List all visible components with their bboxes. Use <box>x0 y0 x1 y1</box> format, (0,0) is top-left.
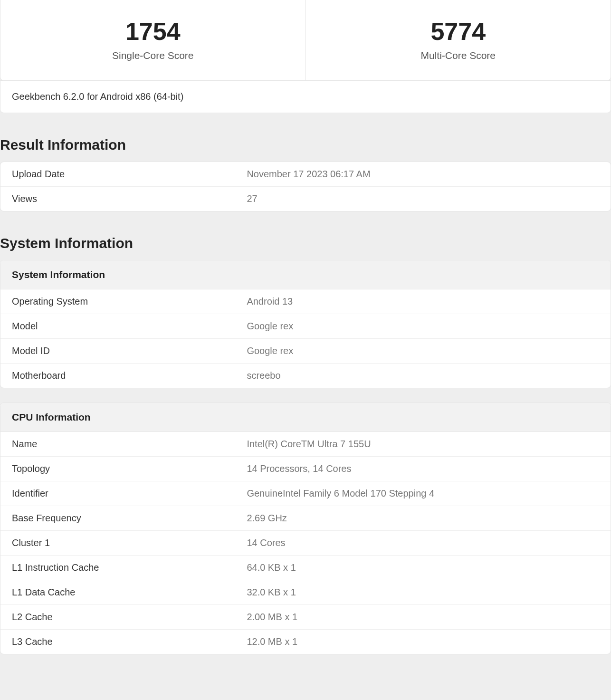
table-row: Cluster 1 14 Cores <box>0 531 611 556</box>
os-value: Android 13 <box>247 296 599 307</box>
cpu-information-card: CPU Information Name Intel(R) CoreTM Ult… <box>0 403 611 654</box>
table-row: Base Frequency 2.69 GHz <box>0 506 611 531</box>
model-label: Model <box>12 321 247 332</box>
cpu-name-value: Intel(R) CoreTM Ultra 7 155U <box>247 439 599 450</box>
table-row: Upload Date November 17 2023 06:17 AM <box>0 162 611 187</box>
single-core-score-label: Single-Core Score <box>10 50 296 61</box>
table-row: Motherboard screebo <box>0 364 611 388</box>
motherboard-label: Motherboard <box>12 370 247 381</box>
result-information-card: Upload Date November 17 2023 06:17 AM Vi… <box>0 162 611 211</box>
cluster1-label: Cluster 1 <box>12 537 247 548</box>
l3-label: L3 Cache <box>12 636 247 647</box>
multi-core-score-value: 5774 <box>315 17 601 46</box>
table-row: L1 Data Cache 32.0 KB x 1 <box>0 580 611 605</box>
table-row: L1 Instruction Cache 64.0 KB x 1 <box>0 556 611 580</box>
system-information-title: System Information <box>0 235 611 251</box>
cluster1-value: 14 Cores <box>247 537 599 548</box>
multi-core-score-label: Multi-Core Score <box>315 50 601 61</box>
l3-value: 12.0 MB x 1 <box>247 636 599 647</box>
topology-value: 14 Processors, 14 Cores <box>247 463 599 474</box>
table-row: L3 Cache 12.0 MB x 1 <box>0 630 611 654</box>
table-row: Identifier GenuineIntel Family 6 Model 1… <box>0 481 611 506</box>
l1i-label: L1 Instruction Cache <box>12 562 247 573</box>
l2-label: L2 Cache <box>12 612 247 623</box>
identifier-value: GenuineIntel Family 6 Model 170 Stepping… <box>247 488 599 499</box>
l1d-label: L1 Data Cache <box>12 587 247 598</box>
cpu-information-header: CPU Information <box>0 403 611 432</box>
base-freq-label: Base Frequency <box>12 513 247 524</box>
table-row: Model Google rex <box>0 314 611 339</box>
result-information-title: Result Information <box>0 137 611 153</box>
model-id-value: Google rex <box>247 345 599 356</box>
table-row: Name Intel(R) CoreTM Ultra 7 155U <box>0 432 611 457</box>
single-core-score-box: 1754 Single-Core Score <box>0 0 306 80</box>
table-row: Topology 14 Processors, 14 Cores <box>0 457 611 481</box>
os-label: Operating System <box>12 296 247 307</box>
views-value: 27 <box>247 193 599 204</box>
motherboard-value: screebo <box>247 370 599 381</box>
score-panel: 1754 Single-Core Score 5774 Multi-Core S… <box>0 0 611 81</box>
single-core-score-value: 1754 <box>10 17 296 46</box>
cpu-name-label: Name <box>12 439 247 450</box>
l2-value: 2.00 MB x 1 <box>247 612 599 623</box>
multi-core-score-box: 5774 Multi-Core Score <box>306 0 611 80</box>
model-value: Google rex <box>247 321 599 332</box>
identifier-label: Identifier <box>12 488 247 499</box>
version-bar: Geekbench 6.2.0 for Android x86 (64-bit) <box>0 80 611 113</box>
topology-label: Topology <box>12 463 247 474</box>
system-information-header: System Information <box>0 260 611 289</box>
table-row: L2 Cache 2.00 MB x 1 <box>0 605 611 630</box>
base-freq-value: 2.69 GHz <box>247 513 599 524</box>
table-row: Model ID Google rex <box>0 339 611 364</box>
table-row: Operating System Android 13 <box>0 289 611 314</box>
l1i-value: 64.0 KB x 1 <box>247 562 599 573</box>
upload-date-value: November 17 2023 06:17 AM <box>247 169 599 180</box>
l1d-value: 32.0 KB x 1 <box>247 587 599 598</box>
system-information-card: System Information Operating System Andr… <box>0 260 611 388</box>
table-row: Views 27 <box>0 187 611 211</box>
views-label: Views <box>12 193 247 204</box>
model-id-label: Model ID <box>12 345 247 356</box>
upload-date-label: Upload Date <box>12 169 247 180</box>
